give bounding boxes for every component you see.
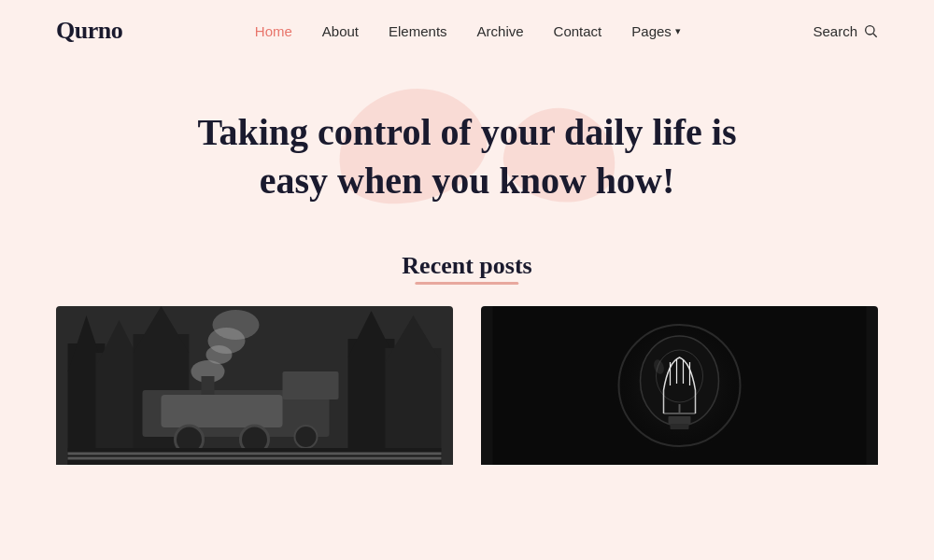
nav-item-about[interactable]: About: [322, 23, 359, 39]
nav-item-archive[interactable]: Archive: [477, 23, 524, 39]
recent-posts-title: Recent posts: [402, 252, 531, 280]
svg-rect-24: [68, 448, 442, 465]
main-nav: Home About Elements Archive Contact Page…: [255, 23, 681, 39]
nav-item-pages[interactable]: Pages ▾: [631, 23, 681, 39]
post-image-bulb: [481, 306, 878, 465]
svg-rect-23: [202, 376, 215, 395]
svg-rect-14: [283, 371, 339, 399]
post-card-train[interactable]: [56, 306, 453, 469]
svg-line-1: [873, 34, 877, 37]
svg-rect-11: [386, 348, 442, 465]
svg-point-22: [213, 310, 260, 340]
post-image-train: [56, 306, 453, 465]
hero-section: Taking control of your daily life is eas…: [0, 62, 934, 233]
svg-rect-40: [669, 416, 691, 424]
svg-point-18: [295, 426, 318, 448]
site-header: Qurno Home About Elements Archive Contac…: [0, 0, 934, 62]
nav-item-elements[interactable]: Elements: [389, 23, 447, 39]
recent-posts-header: Recent posts: [402, 252, 531, 280]
post-card-bulb[interactable]: [481, 306, 878, 469]
search-icon: [863, 23, 878, 38]
search-button[interactable]: Search: [813, 23, 878, 39]
nav-item-contact[interactable]: Contact: [554, 23, 602, 39]
nav-item-home[interactable]: Home: [255, 23, 292, 39]
svg-rect-15: [162, 395, 283, 427]
chevron-down-icon: ▾: [675, 25, 681, 37]
site-logo[interactable]: Qurno: [56, 17, 122, 45]
search-label: Search: [813, 23, 857, 39]
svg-rect-41: [671, 424, 689, 429]
posts-grid: [56, 306, 878, 469]
recent-posts-section: Recent posts: [0, 233, 934, 469]
svg-point-0: [866, 26, 874, 35]
hero-headline: Taking control of your daily life is eas…: [196, 108, 738, 205]
